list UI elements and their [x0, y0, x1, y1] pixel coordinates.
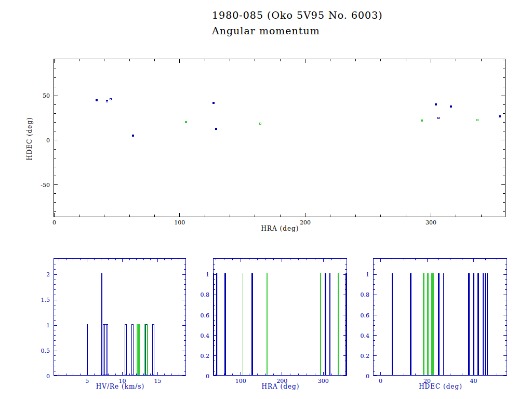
y-minor-tick: [503, 149, 505, 150]
y-major-tick: [54, 376, 57, 376]
x-minor-tick: [59, 374, 59, 375]
data-point-blue: [96, 99, 98, 101]
y-tick-label: 0.8: [184, 292, 209, 298]
x-axis-label: HRA (deg): [54, 225, 506, 232]
x-minor-tick: [224, 259, 224, 260]
x-minor-tick: [101, 259, 101, 260]
x-minor-tick: [129, 259, 130, 260]
x-major-tick: [305, 59, 305, 63]
y-minor-tick: [374, 325, 375, 326]
x-minor-tick: [255, 59, 255, 61]
y-minor-tick: [54, 335, 56, 336]
y-minor-tick: [374, 366, 375, 366]
y-minor-tick: [505, 366, 507, 366]
y-minor-tick: [54, 158, 56, 158]
histogram-bar-blue: [485, 273, 486, 375]
histogram-bar-green: [243, 273, 244, 375]
y-minor-tick: [54, 87, 56, 87]
y-minor-tick: [374, 289, 375, 290]
y-minor-tick: [374, 269, 375, 270]
x-major-tick: [87, 259, 87, 262]
y-minor-tick: [184, 289, 185, 290]
x-major-tick: [380, 259, 381, 262]
y-minor-tick: [345, 269, 347, 270]
y-minor-tick: [503, 158, 505, 158]
y-minor-tick: [505, 264, 507, 264]
y-major-tick: [54, 184, 58, 185]
x-axis-label: HDEC (deg): [374, 383, 508, 390]
y-minor-tick: [505, 330, 507, 330]
x-minor-tick: [179, 259, 179, 260]
x-minor-tick: [66, 374, 66, 375]
y-minor-tick: [505, 325, 507, 326]
x-axis-label: HRA (deg): [214, 383, 348, 390]
y-major-tick: [54, 274, 57, 275]
x-minor-tick: [59, 259, 59, 260]
data-point-blue: [499, 115, 501, 117]
y-major-tick: [54, 325, 57, 326]
y-minor-tick: [184, 340, 185, 341]
x-minor-tick: [481, 59, 482, 61]
histogram-bar-green: [320, 273, 321, 375]
y-minor-tick: [374, 305, 375, 305]
histogram-bar-blue: [214, 273, 215, 375]
y-tick-label: -50: [25, 182, 50, 188]
y-minor-tick: [54, 284, 56, 285]
y-minor-tick: [505, 310, 507, 310]
x-minor-tick: [179, 374, 179, 375]
x-minor-tick: [355, 59, 356, 61]
data-point-green: [259, 123, 261, 125]
x-major-tick: [179, 59, 180, 63]
y-major-tick: [501, 140, 505, 140]
x-major-tick: [282, 259, 282, 262]
x-minor-tick: [115, 259, 116, 260]
y-minor-tick: [54, 315, 56, 315]
histogram-bar-blue: [443, 273, 444, 375]
x-minor-tick: [249, 259, 249, 260]
x-minor-tick: [497, 374, 497, 375]
data-point-blue: [132, 135, 134, 137]
y-minor-tick: [54, 113, 56, 114]
x-minor-tick: [280, 59, 281, 61]
x-minor-tick: [406, 59, 406, 61]
y-minor-tick: [54, 176, 56, 176]
x-minor-tick: [273, 259, 274, 260]
x-minor-tick: [355, 215, 356, 217]
y-tick-label: 0.2: [184, 353, 209, 359]
y-major-tick: [54, 300, 57, 300]
y-minor-tick: [54, 122, 56, 123]
x-minor-tick: [404, 259, 404, 260]
x-minor-tick: [80, 259, 81, 260]
x-major-tick: [122, 259, 123, 262]
x-minor-tick: [290, 259, 290, 260]
x-minor-tick: [129, 59, 130, 61]
x-minor-tick: [257, 259, 258, 260]
histogram-bar-blue: [468, 273, 470, 375]
x-minor-tick: [415, 259, 416, 260]
x-minor-tick: [307, 259, 307, 260]
y-minor-tick: [184, 269, 185, 270]
y-minor-tick: [374, 330, 375, 330]
x-minor-tick: [298, 374, 299, 375]
x-axis-label: HV/Re (km/s): [54, 383, 187, 390]
x-minor-tick: [330, 59, 330, 61]
y-tick-label: 0.4: [344, 333, 369, 339]
y-minor-tick: [374, 300, 375, 300]
y-major-tick: [182, 325, 185, 326]
histogram-bar-green: [338, 273, 339, 375]
y-minor-tick: [184, 264, 185, 264]
y-minor-tick: [184, 284, 185, 285]
y-minor-tick: [503, 193, 505, 194]
y-minor-tick: [505, 269, 507, 270]
data-point-blue: [215, 128, 217, 130]
y-minor-tick: [54, 193, 56, 194]
x-minor-tick: [185, 259, 186, 260]
x-minor-tick: [330, 215, 330, 217]
x-minor-tick: [164, 259, 165, 260]
x-minor-tick: [404, 374, 404, 375]
x-minor-tick: [380, 215, 381, 217]
y-minor-tick: [374, 320, 375, 321]
y-tick-label: 1: [184, 272, 209, 277]
y-tick-label: 0: [25, 374, 50, 379]
histogram-bar-blue: [392, 273, 393, 375]
